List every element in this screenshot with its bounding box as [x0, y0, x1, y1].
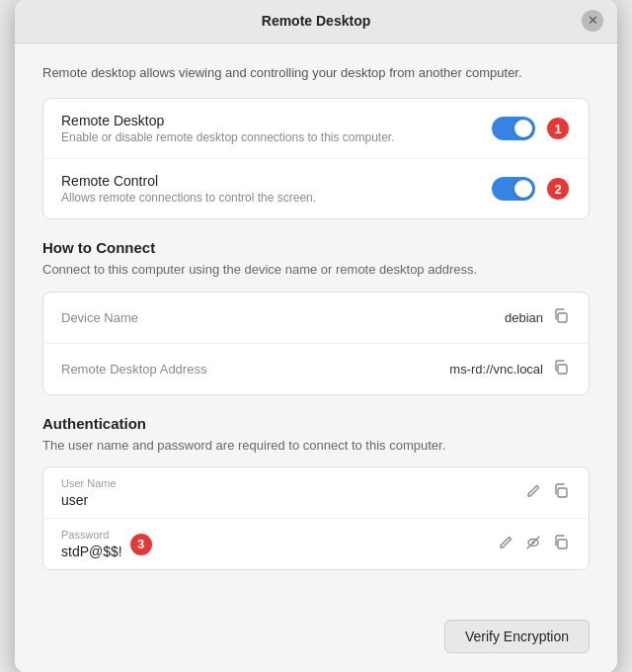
remote-desktop-row: Remote Desktop Enable or disable remote …	[43, 99, 589, 158]
remote-control-right: 2	[492, 176, 571, 202]
remote-control-badge: 2	[545, 176, 571, 202]
content-area: Remote desktop allows viewing and contro…	[15, 43, 617, 611]
device-name-copy-icon[interactable]	[551, 306, 571, 329]
username-copy-icon[interactable]	[551, 481, 571, 505]
remote-desktop-sublabel: Enable or disable remote desktop connect…	[61, 130, 395, 144]
remote-desktop-toggle[interactable]	[492, 117, 535, 140]
svg-line-5	[527, 537, 539, 548]
username-edit-icon[interactable]	[523, 481, 543, 505]
remote-desktop-badge: 1	[545, 116, 571, 141]
remote-control-sublabel: Allows remote connections to control the…	[61, 191, 316, 205]
address-row: Remote Desktop Address ms-rd://vnc.local	[43, 343, 589, 394]
footer: Verify Encryption	[15, 610, 617, 672]
password-badge: 3	[128, 532, 154, 557]
address-label: Remote Desktop Address	[61, 362, 206, 377]
remote-desktop-label: Remote Desktop	[61, 113, 395, 128]
close-button[interactable]: ✕	[582, 10, 603, 32]
device-name-value: debian	[505, 310, 543, 325]
password-icons	[496, 533, 571, 556]
device-name-label: Device Name	[61, 310, 138, 325]
password-field-value: stdP@$$!	[61, 544, 122, 559]
how-to-connect-title: How to Connect	[42, 239, 590, 256]
password-field-wrap: Password stdP@$$! 3	[61, 529, 158, 559]
remote-desktop-right: 1	[492, 116, 571, 141]
svg-rect-0	[558, 313, 567, 322]
auth-card: User Name user	[42, 466, 590, 570]
title-bar: Remote Desktop ✕	[15, 0, 617, 43]
dialog-title: Remote Desktop	[262, 13, 370, 29]
verify-encryption-button[interactable]: Verify Encryption	[444, 620, 590, 653]
username-row: User Name user	[43, 467, 589, 518]
remote-control-label: Remote Control	[61, 173, 316, 189]
remote-control-toggle[interactable]	[492, 177, 535, 201]
connection-info-card: Device Name debian Remote Desktop Addres…	[42, 292, 590, 395]
device-name-value-wrap: debian	[505, 306, 571, 329]
address-copy-icon[interactable]	[551, 358, 571, 380]
svg-rect-6	[558, 540, 567, 548]
password-copy-icon[interactable]	[551, 533, 571, 556]
remote-desktop-info: Remote Desktop Enable or disable remote …	[61, 113, 395, 144]
toggle-slider-2	[492, 177, 535, 201]
remote-settings-card: Remote Desktop Enable or disable remote …	[42, 98, 590, 219]
password-edit-icon[interactable]	[496, 533, 515, 556]
toggle-slider-1	[492, 117, 535, 140]
username-field-value: user	[61, 492, 117, 508]
username-icons	[523, 481, 571, 505]
remote-desktop-dialog: Remote Desktop ✕ Remote desktop allows v…	[15, 0, 617, 672]
authentication-title: Authentication	[42, 415, 590, 432]
device-name-row: Device Name debian	[43, 293, 589, 343]
svg-rect-1	[558, 365, 567, 374]
authentication-desc: The user name and password are required …	[42, 436, 590, 456]
username-field: User Name user	[61, 477, 117, 508]
svg-rect-2	[558, 488, 567, 497]
address-value: ms-rd://vnc.local	[449, 362, 543, 377]
address-value-wrap: ms-rd://vnc.local	[449, 358, 571, 380]
intro-text: Remote desktop allows viewing and contro…	[42, 63, 590, 83]
how-to-connect-desc: Connect to this computer using the devic…	[42, 260, 590, 280]
remote-control-info: Remote Control Allows remote connections…	[61, 173, 316, 205]
password-row: Password stdP@$$! 3	[43, 518, 589, 569]
username-field-label: User Name	[61, 477, 117, 489]
password-field: Password stdP@$$!	[61, 529, 122, 559]
password-field-label: Password	[61, 529, 122, 541]
remote-control-row: Remote Control Allows remote connections…	[43, 158, 589, 218]
password-visibility-icon[interactable]	[523, 533, 543, 556]
